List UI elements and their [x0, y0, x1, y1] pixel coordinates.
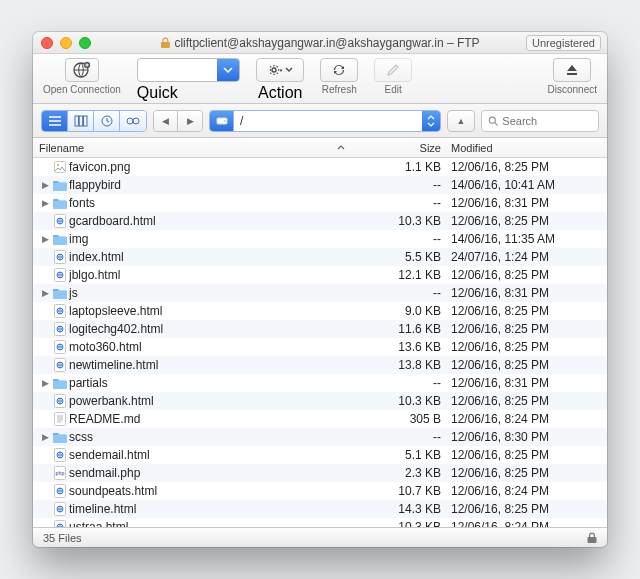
file-type-icon [51, 340, 69, 354]
disconnect-item: Disconnect [548, 58, 597, 95]
list-view-button[interactable] [42, 111, 68, 131]
file-modified: 24/07/16, 1:24 PM [451, 250, 601, 264]
disclosure-triangle-icon[interactable]: ▶ [39, 288, 51, 298]
triangle-left-icon: ◀ [162, 116, 169, 126]
file-modified: 14/06/16, 10:41 AM [451, 178, 601, 192]
table-row[interactable]: logitechg402.html11.6 KB12/06/16, 8:25 P… [33, 320, 607, 338]
table-row[interactable]: ▶partials--12/06/16, 8:31 PM [33, 374, 607, 392]
file-type-icon [51, 484, 69, 498]
forward-button[interactable]: ▶ [178, 111, 202, 131]
table-row[interactable]: sendemail.html5.1 KB12/06/16, 8:25 PM [33, 446, 607, 464]
file-modified: 12/06/16, 8:25 PM [451, 214, 601, 228]
file-size: -- [351, 286, 451, 300]
quick-connect-combo[interactable] [137, 58, 240, 82]
disclosure-triangle-icon[interactable]: ▶ [39, 432, 51, 442]
disconnect-button[interactable] [553, 58, 591, 82]
table-row[interactable]: jblgo.html12.1 KB12/06/16, 8:25 PM [33, 266, 607, 284]
edit-button[interactable] [374, 58, 412, 82]
refresh-button[interactable] [320, 58, 358, 82]
header-modified-label: Modified [451, 142, 493, 154]
table-row[interactable]: moto360.html13.6 KB12/06/16, 8:25 PM [33, 338, 607, 356]
file-name: timeline.html [69, 502, 351, 516]
chevron-down-icon[interactable] [217, 59, 239, 81]
header-size[interactable]: Size [351, 142, 451, 154]
table-row[interactable]: gcardboard.html10.3 KB12/06/16, 8:25 PM [33, 212, 607, 230]
table-row[interactable]: ▶js--12/06/16, 8:31 PM [33, 284, 607, 302]
bonjour-view-button[interactable] [120, 111, 146, 131]
table-row[interactable]: ▶scss--12/06/16, 8:30 PM [33, 428, 607, 446]
header-filename[interactable]: Filename [39, 142, 351, 154]
statusbar: 35 Files [33, 527, 607, 547]
file-size: -- [351, 178, 451, 192]
file-modified: 12/06/16, 8:25 PM [451, 160, 601, 174]
path-combo[interactable]: / [209, 110, 441, 132]
table-row[interactable]: README.md305 B12/06/16, 8:24 PM [33, 410, 607, 428]
edit-label: Edit [385, 84, 402, 95]
table-row[interactable]: ustraa.html10.3 KB12/06/16, 8:24 PM [33, 518, 607, 527]
file-modified: 12/06/16, 8:31 PM [451, 376, 601, 390]
table-row[interactable]: powerbank.html10.3 KB12/06/16, 8:25 PM [33, 392, 607, 410]
file-size: 5.1 KB [351, 448, 451, 462]
back-button[interactable]: ◀ [154, 111, 178, 131]
close-icon[interactable] [41, 37, 53, 49]
file-type-icon [51, 268, 69, 282]
bonjour-icon [126, 115, 140, 127]
zoom-icon[interactable] [79, 37, 91, 49]
header-modified[interactable]: Modified [451, 142, 601, 154]
svg-point-7 [127, 118, 133, 124]
table-row[interactable]: laptopsleeve.html9.0 KB12/06/16, 8:25 PM [33, 302, 607, 320]
search-icon [488, 115, 498, 127]
table-row[interactable]: soundpeats.html10.7 KB12/06/16, 8:24 PM [33, 482, 607, 500]
file-modified: 12/06/16, 8:24 PM [451, 484, 601, 498]
stepper-icon[interactable] [422, 111, 440, 131]
table-row[interactable]: timeline.html14.3 KB12/06/16, 8:25 PM [33, 500, 607, 518]
table-row[interactable]: favicon.png1.1 KB12/06/16, 8:25 PM [33, 158, 607, 176]
svg-rect-12 [55, 162, 66, 173]
search-input[interactable] [502, 115, 592, 127]
file-size: -- [351, 196, 451, 210]
column-view-button[interactable] [68, 111, 94, 131]
file-modified: 12/06/16, 8:31 PM [451, 286, 601, 300]
file-type-icon [51, 322, 69, 336]
disclosure-triangle-icon[interactable]: ▶ [39, 180, 51, 190]
table-row[interactable]: phpsendmail.php2.3 KB12/06/16, 8:25 PM [33, 464, 607, 482]
disclosure-triangle-icon[interactable]: ▶ [39, 234, 51, 244]
file-name: img [69, 232, 351, 246]
file-size: 9.0 KB [351, 304, 451, 318]
action-button[interactable] [256, 58, 304, 82]
file-type-icon [51, 502, 69, 516]
file-name: jblgo.html [69, 268, 351, 282]
table-row[interactable]: newtimeline.html13.8 KB12/06/16, 8:25 PM [33, 356, 607, 374]
view-segment [41, 110, 147, 132]
action-item: Action [256, 58, 304, 102]
nav-segment: ◀ ▶ [153, 110, 203, 132]
svg-rect-5 [83, 116, 87, 126]
up-button[interactable]: ▲ [447, 110, 475, 132]
disclosure-triangle-icon[interactable]: ▶ [39, 198, 51, 208]
gear-icon [267, 62, 283, 78]
file-modified: 12/06/16, 8:25 PM [451, 466, 601, 480]
table-row[interactable]: ▶flappybird--14/06/16, 10:41 AM [33, 176, 607, 194]
table-row[interactable]: ▶fonts--12/06/16, 8:31 PM [33, 194, 607, 212]
file-name: logitechg402.html [69, 322, 351, 336]
minimize-icon[interactable] [60, 37, 72, 49]
file-type-icon [51, 179, 69, 191]
open-connection-button[interactable] [65, 58, 99, 82]
file-name: soundpeats.html [69, 484, 351, 498]
search-field[interactable] [481, 110, 599, 132]
file-size: 14.3 KB [351, 502, 451, 516]
disclosure-triangle-icon[interactable]: ▶ [39, 378, 51, 388]
file-size: 10.7 KB [351, 484, 451, 498]
table-row[interactable]: index.html5.5 KB24/07/16, 1:24 PM [33, 248, 607, 266]
license-badge[interactable]: Unregistered [526, 35, 601, 51]
file-name: flappybird [69, 178, 351, 192]
table-row[interactable]: ▶img--14/06/16, 11:35 AM [33, 230, 607, 248]
triangle-up-icon: ▲ [457, 116, 466, 126]
file-size: 11.6 KB [351, 322, 451, 336]
disk-icon [210, 111, 234, 131]
file-list[interactable]: favicon.png1.1 KB12/06/16, 8:25 PM▶flapp… [33, 158, 607, 527]
history-view-button[interactable] [94, 111, 120, 131]
file-name: scss [69, 430, 351, 444]
file-count: 35 Files [43, 532, 82, 544]
file-size: -- [351, 430, 451, 444]
